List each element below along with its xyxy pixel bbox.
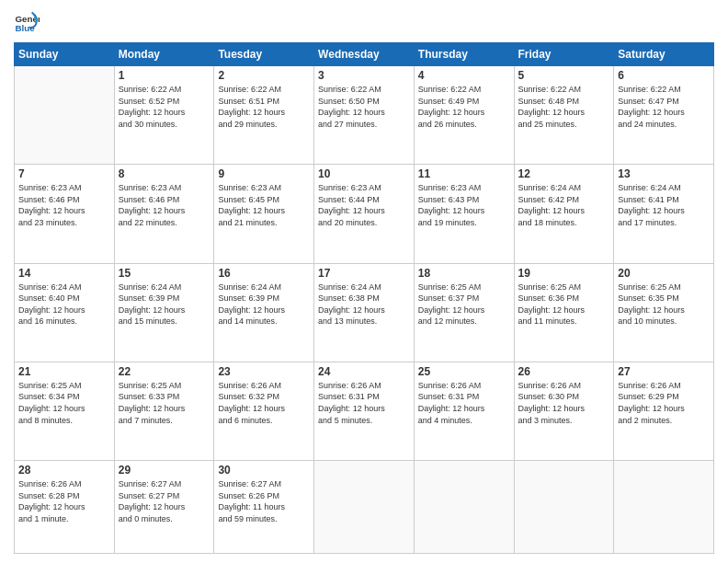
week-row-1: 1Sunrise: 6:22 AM Sunset: 6:52 PM Daylig… bbox=[15, 66, 714, 165]
weekday-header-monday: Monday bbox=[114, 43, 214, 66]
day-cell: 26Sunrise: 6:26 AM Sunset: 6:30 PM Dayli… bbox=[514, 362, 614, 460]
day-cell: 20Sunrise: 6:25 AM Sunset: 6:35 PM Dayli… bbox=[614, 263, 714, 362]
day-info: Sunrise: 6:23 AM Sunset: 6:43 PM Dayligh… bbox=[418, 182, 510, 228]
day-info: Sunrise: 6:22 AM Sunset: 6:50 PM Dayligh… bbox=[318, 84, 410, 130]
day-info: Sunrise: 6:25 AM Sunset: 6:33 PM Dayligh… bbox=[119, 380, 210, 426]
week-row-3: 14Sunrise: 6:24 AM Sunset: 6:40 PM Dayli… bbox=[15, 263, 714, 362]
day-cell: 22Sunrise: 6:25 AM Sunset: 6:33 PM Dayli… bbox=[114, 362, 214, 460]
calendar: SundayMondayTuesdayWednesdayThursdayFrid… bbox=[14, 42, 714, 554]
logo: General Blue bbox=[14, 9, 43, 35]
day-info: Sunrise: 6:24 AM Sunset: 6:39 PM Dayligh… bbox=[119, 282, 210, 327]
day-info: Sunrise: 6:26 AM Sunset: 6:28 PM Dayligh… bbox=[18, 478, 110, 524]
day-number: 4 bbox=[418, 69, 510, 82]
day-number: 2 bbox=[218, 69, 310, 82]
day-cell: 19Sunrise: 6:25 AM Sunset: 6:36 PM Dayli… bbox=[514, 263, 614, 362]
day-cell: 17Sunrise: 6:24 AM Sunset: 6:38 PM Dayli… bbox=[314, 263, 415, 362]
day-number: 12 bbox=[518, 167, 610, 180]
day-cell: 12Sunrise: 6:24 AM Sunset: 6:42 PM Dayli… bbox=[514, 165, 614, 263]
day-number: 3 bbox=[318, 69, 410, 82]
day-cell: 27Sunrise: 6:26 AM Sunset: 6:29 PM Dayli… bbox=[614, 362, 714, 460]
day-number: 9 bbox=[218, 167, 310, 180]
day-info: Sunrise: 6:22 AM Sunset: 6:47 PM Dayligh… bbox=[618, 84, 710, 130]
day-info: Sunrise: 6:25 AM Sunset: 6:36 PM Dayligh… bbox=[518, 282, 610, 327]
day-cell: 14Sunrise: 6:24 AM Sunset: 6:40 PM Dayli… bbox=[15, 263, 115, 362]
day-cell bbox=[314, 461, 415, 554]
week-row-2: 7Sunrise: 6:23 AM Sunset: 6:46 PM Daylig… bbox=[15, 165, 714, 263]
day-number: 5 bbox=[518, 69, 610, 82]
day-info: Sunrise: 6:26 AM Sunset: 6:32 PM Dayligh… bbox=[218, 380, 310, 426]
header: General Blue bbox=[14, 9, 714, 35]
day-cell: 18Sunrise: 6:25 AM Sunset: 6:37 PM Dayli… bbox=[414, 263, 514, 362]
day-cell: 3Sunrise: 6:22 AM Sunset: 6:50 PM Daylig… bbox=[314, 66, 415, 165]
day-number: 20 bbox=[618, 267, 710, 280]
day-number: 25 bbox=[418, 365, 510, 378]
day-info: Sunrise: 6:25 AM Sunset: 6:37 PM Dayligh… bbox=[418, 282, 510, 327]
day-info: Sunrise: 6:24 AM Sunset: 6:40 PM Dayligh… bbox=[18, 282, 110, 327]
day-number: 28 bbox=[18, 464, 110, 477]
weekday-header-thursday: Thursday bbox=[414, 43, 514, 66]
day-info: Sunrise: 6:22 AM Sunset: 6:49 PM Dayligh… bbox=[418, 84, 510, 130]
day-cell bbox=[15, 66, 115, 165]
day-cell: 16Sunrise: 6:24 AM Sunset: 6:39 PM Dayli… bbox=[214, 263, 314, 362]
day-number: 17 bbox=[318, 267, 410, 280]
day-info: Sunrise: 6:26 AM Sunset: 6:30 PM Dayligh… bbox=[518, 380, 610, 426]
day-number: 13 bbox=[618, 167, 710, 180]
week-row-4: 21Sunrise: 6:25 AM Sunset: 6:34 PM Dayli… bbox=[15, 362, 714, 460]
day-cell: 15Sunrise: 6:24 AM Sunset: 6:39 PM Dayli… bbox=[114, 263, 214, 362]
day-number: 1 bbox=[119, 69, 210, 82]
day-cell: 6Sunrise: 6:22 AM Sunset: 6:47 PM Daylig… bbox=[614, 66, 714, 165]
day-info: Sunrise: 6:27 AM Sunset: 6:27 PM Dayligh… bbox=[119, 478, 210, 524]
day-cell: 21Sunrise: 6:25 AM Sunset: 6:34 PM Dayli… bbox=[15, 362, 115, 460]
day-cell: 13Sunrise: 6:24 AM Sunset: 6:41 PM Dayli… bbox=[614, 165, 714, 263]
day-cell: 5Sunrise: 6:22 AM Sunset: 6:48 PM Daylig… bbox=[514, 66, 614, 165]
day-info: Sunrise: 6:27 AM Sunset: 6:26 PM Dayligh… bbox=[218, 478, 310, 524]
day-cell: 8Sunrise: 6:23 AM Sunset: 6:46 PM Daylig… bbox=[114, 165, 214, 263]
day-number: 23 bbox=[218, 365, 310, 378]
day-cell: 23Sunrise: 6:26 AM Sunset: 6:32 PM Dayli… bbox=[214, 362, 314, 460]
day-info: Sunrise: 6:25 AM Sunset: 6:35 PM Dayligh… bbox=[618, 282, 710, 327]
day-number: 6 bbox=[618, 69, 710, 82]
day-info: Sunrise: 6:22 AM Sunset: 6:52 PM Dayligh… bbox=[119, 84, 210, 130]
day-info: Sunrise: 6:23 AM Sunset: 6:46 PM Dayligh… bbox=[18, 182, 110, 228]
day-cell bbox=[514, 461, 614, 554]
day-cell: 29Sunrise: 6:27 AM Sunset: 6:27 PM Dayli… bbox=[114, 461, 214, 554]
day-info: Sunrise: 6:24 AM Sunset: 6:41 PM Dayligh… bbox=[618, 182, 710, 228]
day-number: 29 bbox=[119, 464, 210, 477]
day-number: 22 bbox=[119, 365, 210, 378]
day-number: 27 bbox=[618, 365, 710, 378]
day-number: 19 bbox=[518, 267, 610, 280]
day-number: 24 bbox=[318, 365, 410, 378]
day-number: 26 bbox=[518, 365, 610, 378]
day-info: Sunrise: 6:22 AM Sunset: 6:48 PM Dayligh… bbox=[518, 84, 610, 130]
day-cell: 4Sunrise: 6:22 AM Sunset: 6:49 PM Daylig… bbox=[414, 66, 514, 165]
day-number: 7 bbox=[18, 167, 110, 180]
day-number: 21 bbox=[18, 365, 110, 378]
weekday-header-sunday: Sunday bbox=[15, 43, 115, 66]
weekday-header-row: SundayMondayTuesdayWednesdayThursdayFrid… bbox=[15, 43, 714, 66]
day-cell: 7Sunrise: 6:23 AM Sunset: 6:46 PM Daylig… bbox=[15, 165, 115, 263]
day-cell bbox=[414, 461, 514, 554]
day-cell: 25Sunrise: 6:26 AM Sunset: 6:31 PM Dayli… bbox=[414, 362, 514, 460]
weekday-header-saturday: Saturday bbox=[614, 43, 714, 66]
weekday-header-wednesday: Wednesday bbox=[314, 43, 415, 66]
day-cell: 30Sunrise: 6:27 AM Sunset: 6:26 PM Dayli… bbox=[214, 461, 314, 554]
day-number: 8 bbox=[119, 167, 210, 180]
day-cell: 2Sunrise: 6:22 AM Sunset: 6:51 PM Daylig… bbox=[214, 66, 314, 165]
day-info: Sunrise: 6:23 AM Sunset: 6:45 PM Dayligh… bbox=[218, 182, 310, 228]
day-info: Sunrise: 6:22 AM Sunset: 6:51 PM Dayligh… bbox=[218, 84, 310, 130]
day-number: 15 bbox=[119, 267, 210, 280]
weekday-header-friday: Friday bbox=[514, 43, 614, 66]
day-cell bbox=[614, 461, 714, 554]
day-info: Sunrise: 6:24 AM Sunset: 6:42 PM Dayligh… bbox=[518, 182, 610, 228]
day-info: Sunrise: 6:24 AM Sunset: 6:38 PM Dayligh… bbox=[318, 282, 410, 327]
day-info: Sunrise: 6:26 AM Sunset: 6:31 PM Dayligh… bbox=[418, 380, 510, 426]
day-number: 30 bbox=[218, 464, 310, 477]
day-number: 14 bbox=[18, 267, 110, 280]
day-cell: 10Sunrise: 6:23 AM Sunset: 6:44 PM Dayli… bbox=[314, 165, 415, 263]
day-info: Sunrise: 6:23 AM Sunset: 6:46 PM Dayligh… bbox=[119, 182, 210, 228]
day-cell: 28Sunrise: 6:26 AM Sunset: 6:28 PM Dayli… bbox=[15, 461, 115, 554]
day-info: Sunrise: 6:24 AM Sunset: 6:39 PM Dayligh… bbox=[218, 282, 310, 327]
day-cell: 9Sunrise: 6:23 AM Sunset: 6:45 PM Daylig… bbox=[214, 165, 314, 263]
day-number: 18 bbox=[418, 267, 510, 280]
day-info: Sunrise: 6:25 AM Sunset: 6:34 PM Dayligh… bbox=[18, 380, 110, 426]
